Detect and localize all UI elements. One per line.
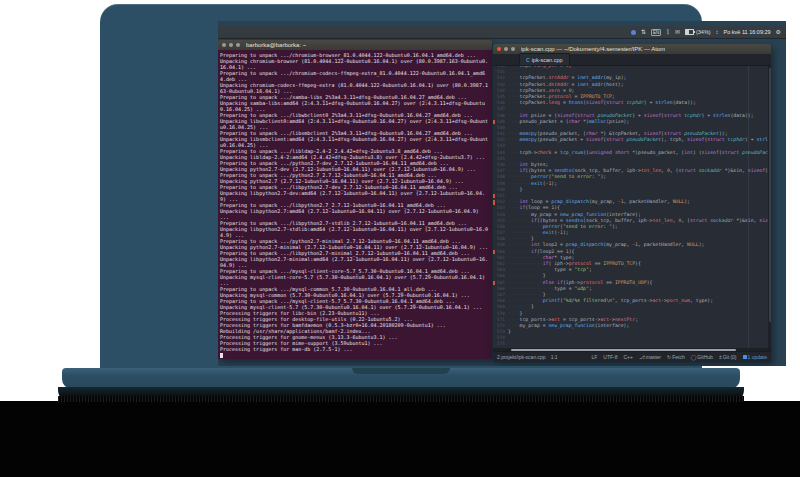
tab-ipk-scan-cpp[interactable]: C ipk-scan.cpp: [519, 53, 570, 65]
terminal-line: Unpacking libpython2.7-minimal:amd64 (2.…: [220, 256, 490, 268]
horizontal-scrollbar[interactable]: [493, 348, 771, 351]
status-fetch-icon: ↻: [667, 354, 671, 360]
update-icon: [743, 355, 747, 359]
atom-maximize-icon[interactable]: [511, 47, 515, 51]
laptop-lid-notch: [352, 368, 450, 374]
terminal-titlebar[interactable]: barborka@barborka: ~: [218, 40, 492, 50]
tab-label: ipk-scan.cpp: [532, 57, 563, 63]
terminal-minimize-icon[interactable]: [229, 43, 233, 47]
atom-title: ipk-scan.cpp — ~/Dokumenty/4.semester/IP…: [521, 46, 665, 52]
status-github-icon: ◯: [691, 354, 697, 360]
status-file-path[interactable]: 2.projekt/ipk-scan.cpp: [497, 354, 546, 360]
terminal-line: Unpacking samba-libs:amd64 (2:4.3.11+dfs…: [220, 100, 490, 112]
mail-icon[interactable]: ✉: [675, 29, 680, 35]
laptop-vents: [58, 396, 744, 402]
status-line-ending[interactable]: LF: [591, 354, 597, 360]
desktop-wallpaper: ⇅ENᛒ✉(34%)↕Po kvě 11 16:09:29⚙ barborka@…: [218, 21, 786, 366]
code-line: 575: [493, 341, 771, 347]
horizontal-scrollbar-thumb[interactable]: [511, 349, 736, 351]
terminal-line: Unpacking libpython2.7-stdlib:amd64 (2.7…: [220, 226, 490, 238]
terminal-line: Unpacking chromium-browser (81.0.4044.12…: [220, 58, 490, 70]
status-git-changes[interactable]: ±Git (0): [719, 354, 737, 360]
terminal-close-icon[interactable]: [222, 43, 226, 47]
status-git-branch[interactable]: ⎇master: [639, 354, 661, 360]
top-panel: ⇅ENᛒ✉(34%)↕Po kvě 11 16:09:29⚙: [218, 26, 786, 39]
atom-window: ipk-scan.cpp — ~/Dokumenty/4.semester/IP…: [493, 44, 771, 362]
status-updates[interactable]: 1 update: [743, 354, 767, 360]
sync-arrows-icon[interactable]: ↕: [716, 29, 719, 35]
terminal-line: Unpacking mysql-client-core-5.7 (5.7.30-…: [220, 274, 490, 286]
status-git-changes-icon: ±: [719, 354, 722, 360]
line-number[interactable]: 575: [493, 341, 508, 347]
terminal-line: Unpacking chromium-codecs-ffmpeg-extra (…: [220, 82, 490, 94]
terminal-output[interactable]: Preparing to unpack .../chromium-browser…: [218, 50, 492, 359]
battery-icon: [685, 29, 694, 35]
status-github[interactable]: ◯GitHub: [691, 354, 713, 360]
status-fetch[interactable]: ↻Fetch: [667, 354, 685, 360]
cpp-file-icon: C: [526, 57, 530, 63]
system-tray: ⇅ENᛒ✉(34%)↕Po kvě 11 16:09:29⚙: [631, 29, 781, 36]
atom-status-bar: 2.projekt/ipk-scan.cpp 1:1 LFUTF-8C++⎇ma…: [493, 351, 771, 362]
code-lines[interactable]: 530····tcph->urg_ptr = 0;531532····tcpPa…: [493, 66, 771, 348]
laptop-screen-bezel: ⇅ENᛒ✉(34%)↕Po kvě 11 16:09:29⚙ barborka@…: [100, 4, 702, 372]
terminal-line: Preparing to unpack .../chromium-codecs-…: [220, 70, 490, 82]
laptop-shadow: [0, 401, 800, 477]
atom-close-icon[interactable]: [497, 47, 501, 51]
network-icon[interactable]: ⇅: [641, 29, 646, 35]
clock-indicator[interactable]: Po kvě 11 16:09:29: [724, 29, 771, 35]
status-cursor-position[interactable]: 1:1: [551, 354, 558, 360]
terminal-line: Unpacking libsmbclient:amd64 (2:4.3.11+d…: [220, 136, 490, 148]
battery-indicator[interactable]: (34%): [685, 29, 711, 35]
terminal-cursor: [220, 353, 223, 358]
atom-editor[interactable]: 530····tcph->urg_ptr = 0;531532····tcpPa…: [493, 66, 771, 348]
terminal-line: Unpacking libwbclient0:amd64 (2:4.3.11+d…: [220, 118, 490, 130]
app-indicator-icon[interactable]: [631, 30, 636, 35]
atom-minimize-icon[interactable]: [504, 47, 508, 51]
vertical-scrollbar[interactable]: [768, 66, 771, 348]
status-encoding[interactable]: UTF-8: [603, 354, 617, 360]
status-grammar[interactable]: C++: [624, 354, 633, 360]
terminal-title: barborka@barborka: ~: [246, 42, 306, 48]
terminal-line: Unpacking libpython2.7-dev:amd64 (2.7.12…: [220, 190, 490, 202]
terminal-window: barborka@barborka: ~ Preparing to unpack…: [218, 40, 492, 359]
atom-tab-bar: C ipk-scan.cpp: [493, 54, 771, 66]
bluetooth-icon[interactable]: ᛒ: [666, 29, 670, 35]
session-gear-icon[interactable]: ⚙: [776, 29, 781, 35]
terminal-maximize-icon[interactable]: [236, 43, 240, 47]
terminal-line: Unpacking libpython2.7:amd64 (2.7.12-1ub…: [220, 208, 490, 220]
terminal-line: Processing triggers for man-db (2.7.5-1)…: [220, 346, 490, 352]
status-git-branch-icon: ⎇: [639, 354, 645, 360]
keyboard-layout-indicator[interactable]: EN: [651, 29, 661, 36]
